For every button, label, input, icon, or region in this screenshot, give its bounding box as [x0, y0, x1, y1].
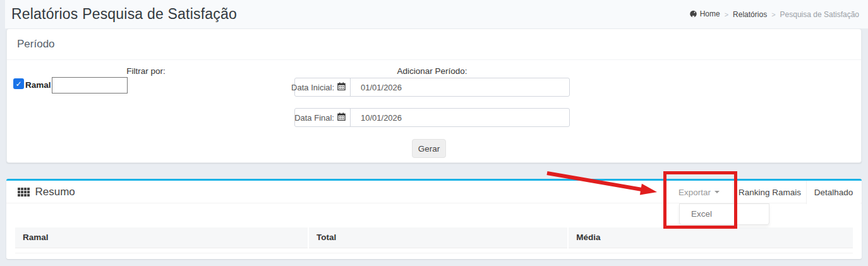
gerar-button[interactable]: Gerar [412, 139, 446, 158]
data-inicial-group: Data Inicial: [294, 78, 570, 97]
resumo-tabs: Exportar Ranking Ramais Detalhado [665, 181, 860, 203]
grid-icon [18, 188, 30, 196]
resumo-panel: Resumo Exportar Ranking Ramais Detalhado… [6, 179, 862, 259]
content-header: Relatórios Pesquisa de Satisfação Home >… [5, 0, 868, 28]
ramal-checkbox[interactable]: ✓ [13, 78, 24, 89]
resumo-header: Resumo Exportar Ranking Ramais Detalhado [6, 181, 862, 203]
ramal-input[interactable] [52, 77, 128, 94]
column-header-ramal: Ramal [15, 227, 308, 248]
column-header-media: Média [568, 227, 853, 248]
data-final-addon: Data Final: [295, 109, 351, 126]
filtrar-por-label: Filtrar por: [7, 66, 285, 76]
periodo-panel-body: Filtrar por: ✓ Ramal Adicionar Período: … [7, 60, 861, 162]
tab-ranking-ramais[interactable]: Ranking Ramais [733, 181, 806, 203]
data-inicial-addon: Data Inicial: [295, 78, 351, 96]
ramal-checkbox-label: Ramal [25, 80, 51, 90]
periodo-panel: Período Filtrar por: ✓ Ramal Adicionar P… [6, 28, 862, 163]
data-final-label: Data Final: [294, 113, 334, 123]
resumo-title: Resumo [18, 181, 75, 203]
tab-detalhado[interactable]: Detalhado [806, 181, 860, 204]
periodo-panel-title: Período [7, 29, 861, 60]
page-title: Relatórios Pesquisa de Satisfação [11, 6, 237, 23]
exportar-menu-item-excel[interactable]: Excel [680, 204, 769, 224]
resumo-table: Ramal Total Média [15, 227, 853, 253]
caret-down-icon [714, 191, 720, 193]
data-inicial-label: Data Inicial: [291, 83, 334, 92]
calendar-icon [337, 112, 346, 123]
data-inicial-input[interactable] [351, 78, 569, 96]
exportar-dropdown-menu: Excel [679, 203, 769, 225]
adicionar-periodo-label: Adicionar Período: [294, 66, 570, 76]
breadcrumb-current: Pesquisa de Satisfação [780, 10, 859, 19]
breadcrumb-relatorios[interactable]: Relatórios [733, 10, 767, 19]
breadcrumb-separator: > [771, 11, 775, 18]
table-empty-row [15, 248, 853, 253]
check-icon: ✓ [15, 80, 21, 88]
breadcrumb-separator: > [725, 11, 728, 18]
dashboard-icon [689, 10, 697, 20]
data-final-input[interactable] [351, 109, 569, 126]
breadcrumb-home[interactable]: Home [689, 9, 720, 20]
table-header-row: Ramal Total Média [15, 227, 853, 248]
calendar-icon [337, 82, 346, 92]
breadcrumb: Home > Relatórios > Pesquisa de Satisfaç… [689, 9, 859, 20]
data-final-group: Data Final: [294, 108, 570, 127]
column-header-total: Total [308, 227, 568, 248]
tab-exportar[interactable]: Exportar [665, 181, 733, 203]
